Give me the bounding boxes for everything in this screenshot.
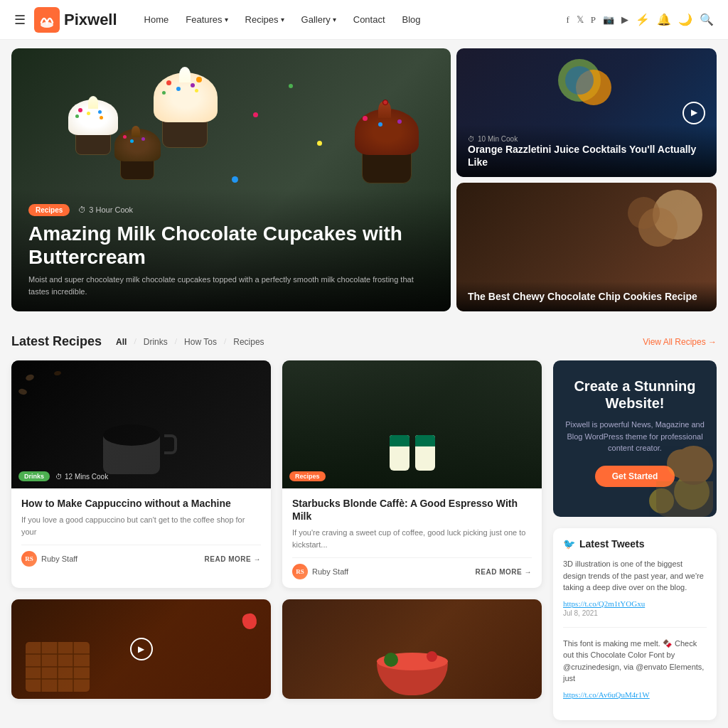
starbucks-lid-1 bbox=[390, 435, 410, 446]
author-name-1: Ruby Staff bbox=[41, 555, 77, 563]
cappuccino-footer: RS Ruby Staff READ MORE → bbox=[21, 545, 261, 567]
tweet-2-text: This font is making me melt. 🍫 Check out… bbox=[563, 638, 707, 685]
navbar-right: f 𝕏 P 📷 ▶ ⚡ 🔔 🌙 🔍 bbox=[566, 13, 714, 26]
gallery-dropdown-arrow: ▾ bbox=[333, 16, 336, 23]
tweet-1-text: 3D illustration is one of the biggest de… bbox=[563, 558, 707, 594]
top-cards-row: Drinks ⏱ 12 Mins Cook How to Make Cappuc… bbox=[11, 360, 542, 588]
hamburger-icon[interactable]: ☰ bbox=[14, 12, 26, 28]
side-card-2[interactable]: The Best Chewy Chocolate Chip Cookies Re… bbox=[456, 183, 717, 311]
cappuccino-cook-time: ⏱ 12 Mins Cook bbox=[55, 473, 108, 481]
cappuccino-desc: If you love a good cappuccino but can't … bbox=[21, 514, 261, 537]
tweet-2-link[interactable]: https://t.co/Av6uQuM4r1W bbox=[563, 690, 650, 699]
filter-howtos[interactable]: How Tos bbox=[181, 336, 220, 348]
cherry bbox=[382, 100, 388, 105]
filter-tabs: All / Drinks / How Tos / Recipes bbox=[113, 336, 267, 348]
filter-drinks[interactable]: Drinks bbox=[141, 336, 171, 348]
clock-icon: ⏱ bbox=[78, 205, 86, 214]
logo-icon bbox=[34, 7, 60, 33]
waffle-svg bbox=[26, 642, 90, 692]
dot-3-red bbox=[166, 80, 171, 85]
cupcake-1 bbox=[68, 98, 118, 155]
dot-2-purple bbox=[141, 137, 145, 141]
cappuccino-read-more[interactable]: READ MORE → bbox=[205, 555, 261, 563]
starbucks-bg bbox=[282, 360, 542, 488]
filter-all[interactable]: All bbox=[113, 336, 129, 348]
section-title: Latest Recipes bbox=[11, 334, 102, 349]
view-all-recipes[interactable]: View All Recipes → bbox=[643, 337, 717, 347]
dot-green bbox=[75, 114, 79, 118]
play-button-1[interactable]: ▶ bbox=[682, 102, 705, 124]
dot-3-green bbox=[162, 91, 166, 95]
promo-bg-deco bbox=[631, 424, 717, 517]
hero-badge[interactable]: Recipes bbox=[28, 204, 70, 216]
waffle-image: ▶ bbox=[11, 599, 271, 699]
recipe-card-starbucks: Recipes Starbucks Blonde Caffè: A Good E… bbox=[282, 360, 542, 588]
basket bbox=[656, 481, 713, 517]
dot-3-purple bbox=[191, 83, 195, 87]
starbucks-title: Starbucks Blonde Caffè: A Good Espresso … bbox=[292, 497, 532, 523]
starbucks-badge[interactable]: Recipes bbox=[289, 471, 326, 481]
starbucks-read-more[interactable]: READ MORE → bbox=[476, 568, 532, 576]
cappuccino-title: How to Make Cappuccino without a Machine bbox=[21, 497, 261, 510]
twitter-icon[interactable]: 𝕏 bbox=[577, 14, 584, 26]
floating-dot-1 bbox=[196, 77, 202, 82]
hero-main-card[interactable]: Recipes ⏱ 3 Hour Cook Amazing Milk Choco… bbox=[11, 48, 451, 311]
facebook-icon[interactable]: f bbox=[566, 14, 569, 26]
logo-wrapper[interactable]: Pixwell bbox=[34, 7, 117, 33]
nav-home[interactable]: Home bbox=[137, 9, 176, 31]
cappuccino-body: How to Make Cappuccino without a Machine… bbox=[11, 488, 271, 575]
dot-2-pink bbox=[123, 135, 127, 139]
recipes-dropdown-arrow: ▾ bbox=[281, 16, 284, 23]
brand-name: Pixwell bbox=[64, 11, 117, 29]
youtube-icon[interactable]: ▶ bbox=[621, 14, 628, 26]
nav-features[interactable]: Features ▾ bbox=[178, 9, 235, 31]
author-avatar-2: RS bbox=[292, 564, 308, 579]
dot-r-purple bbox=[397, 119, 402, 124]
cupcake-right bbox=[351, 91, 422, 183]
cappuccino-badge[interactable]: Drinks bbox=[18, 471, 50, 481]
filter-divider-1: / bbox=[134, 336, 136, 347]
tweet-1: 3D illustration is one of the biggest de… bbox=[563, 558, 707, 628]
notification-icon[interactable]: 🔔 bbox=[657, 13, 671, 26]
cappuccino-bg bbox=[11, 360, 271, 488]
dark-mode-icon[interactable]: 🌙 bbox=[678, 13, 692, 26]
tweet-2: This font is making me melt. 🍫 Check out… bbox=[563, 638, 707, 710]
promo-card: Create a Stunning Website! Pixwell is po… bbox=[553, 360, 717, 517]
bottom-cards-row: ▶ bbox=[11, 599, 542, 699]
floating-dot-3 bbox=[232, 176, 238, 183]
features-dropdown-arrow: ▾ bbox=[225, 16, 228, 23]
instagram-icon[interactable]: 📷 bbox=[603, 14, 614, 26]
tweet-1-link[interactable]: https://t.co/Q2m1tYOGxu bbox=[563, 599, 645, 608]
nav-blog[interactable]: Blog bbox=[395, 9, 428, 31]
floating-dot-2 bbox=[253, 112, 258, 117]
recipe-card-waffle: ▶ bbox=[11, 599, 271, 699]
lemon-4 bbox=[674, 446, 713, 485]
nav-contact[interactable]: Contact bbox=[346, 9, 392, 31]
search-icon[interactable]: 🔍 bbox=[700, 13, 714, 26]
filter-recipes[interactable]: Recipes bbox=[230, 336, 267, 348]
cappuccino-overlay bbox=[11, 360, 271, 488]
recipes-sidebar: Create a Stunning Website! Pixwell is po… bbox=[553, 360, 717, 720]
nav-recipes[interactable]: Recipes ▾ bbox=[238, 9, 291, 31]
navbar: ☰ Pixwell Home Features ▾ Recipes ▾ Gall… bbox=[0, 0, 728, 40]
hero-meta: Recipes ⏱ 3 Hour Cook bbox=[28, 203, 434, 216]
dot-pink bbox=[78, 108, 82, 112]
navbar-left: ☰ Pixwell Home Features ▾ Recipes ▾ Gall… bbox=[14, 7, 428, 33]
lightning-icon[interactable]: ⚡ bbox=[636, 13, 650, 26]
cocktail-deco bbox=[558, 59, 615, 116]
waffle-play-btn[interactable]: ▶ bbox=[130, 638, 153, 660]
tweets-card: 🐦 Latest Tweets 3D illustration is one o… bbox=[553, 528, 717, 720]
author-avatar-1: RS bbox=[21, 551, 37, 567]
nav-gallery[interactable]: Gallery ▾ bbox=[294, 9, 343, 31]
cappuccino-image: Drinks ⏱ 12 Mins Cook bbox=[11, 360, 271, 488]
starbucks-body: Starbucks Blonde Caffè: A Good Espresso … bbox=[282, 488, 542, 588]
tweets-title: 🐦 Latest Tweets bbox=[563, 538, 707, 550]
recipe-card-soup bbox=[282, 599, 542, 699]
side-card-1[interactable]: ▶ ⏱ 10 Min Cook Orange Razzletini Juice … bbox=[456, 48, 717, 177]
twitter-bird-icon: 🐦 bbox=[563, 538, 575, 550]
starbucks-author: RS Ruby Staff bbox=[292, 564, 348, 579]
starbucks-footer: RS Ruby Staff READ MORE → bbox=[292, 557, 532, 579]
svg-point-1 bbox=[41, 22, 53, 28]
recipe-card-cappuccino: Drinks ⏱ 12 Mins Cook How to Make Cappuc… bbox=[11, 360, 271, 588]
pinterest-icon[interactable]: P bbox=[591, 14, 596, 26]
